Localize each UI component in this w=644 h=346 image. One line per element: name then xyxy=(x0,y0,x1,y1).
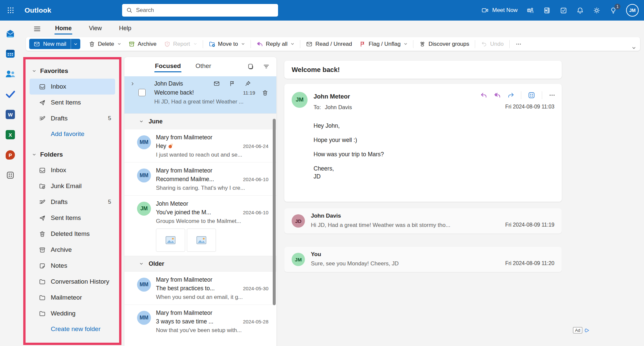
message-subject: The best practices to... xyxy=(156,285,215,292)
discover-groups-button[interactable]: Discover groups xyxy=(415,39,473,49)
folder-inbox[interactable]: Inbox xyxy=(26,162,119,178)
ad-marker: Ad xyxy=(573,327,590,333)
favorite-sent-items[interactable]: Sent Items xyxy=(26,95,119,110)
notifications-button[interactable] xyxy=(576,7,584,14)
flag-icon[interactable] xyxy=(229,80,236,87)
adchoices-icon[interactable] xyxy=(585,328,590,333)
message-row[interactable]: MM Mary from Mailmeteor The best practic… xyxy=(124,271,276,305)
delete-button[interactable]: Delete xyxy=(85,39,125,49)
rail-mail-button[interactable] xyxy=(5,28,16,39)
collapsed-reply-card[interactable]: JD John Davis Hi JD, Had a great time! W… xyxy=(284,208,562,234)
flag-unflag-button[interactable]: Flag / Unflag xyxy=(356,39,411,49)
drafts-pencil-icon xyxy=(39,115,46,122)
expand-thread-chevron-icon[interactable] xyxy=(130,82,135,86)
folder-sent-items[interactable]: Sent Items xyxy=(26,210,119,226)
filter-icon[interactable] xyxy=(263,63,270,70)
report-button[interactable]: Report xyxy=(160,39,201,49)
meet-now-label: Meet Now xyxy=(492,7,518,14)
message-row[interactable]: MM Mary from Mailmeteor Recommend Mailme… xyxy=(124,162,276,195)
folder-wedding[interactable]: Wedding xyxy=(26,306,119,321)
folder-junk-email[interactable]: Junk Email xyxy=(26,178,119,194)
tab-home[interactable]: Home xyxy=(54,23,72,35)
reply-icon[interactable] xyxy=(480,92,487,99)
divider xyxy=(542,91,542,99)
meet-now-button[interactable]: Meet Now xyxy=(481,7,518,14)
folders-section-header[interactable]: Folders xyxy=(26,147,119,162)
reply-all-button[interactable]: Reply all xyxy=(253,39,298,49)
message-apps-icon[interactable] xyxy=(528,91,536,99)
message-preview: When you send out an email, it g... xyxy=(156,294,272,301)
archive-button[interactable]: Archive xyxy=(125,39,160,49)
message-preview: Groups Welcome to the Mailmet... xyxy=(156,218,272,225)
favorite-drafts[interactable]: Drafts 5 xyxy=(26,110,119,126)
group-header-june[interactable]: June xyxy=(124,113,276,129)
mark-read-envelope-icon[interactable] xyxy=(213,80,220,87)
folder-deleted-items[interactable]: Deleted Items xyxy=(26,226,119,242)
settings-button[interactable] xyxy=(593,7,601,14)
group-header-older[interactable]: Older xyxy=(124,256,276,271)
attachment-thumbnail[interactable] xyxy=(187,229,216,252)
create-new-folder-link[interactable]: Create new folder xyxy=(26,321,119,337)
message-row[interactable]: MM Mary from Mailmeteor 3 ways to save t… xyxy=(124,305,276,338)
tab-other[interactable]: Other xyxy=(195,60,212,74)
rail-people-button[interactable] xyxy=(5,68,16,80)
tab-view[interactable]: View xyxy=(88,23,103,35)
todo-button[interactable] xyxy=(560,7,567,14)
ellipsis-icon[interactable] xyxy=(548,92,556,99)
reply-date: Fri 2024-08-09 11:20 xyxy=(505,260,554,266)
rail-excel-button[interactable]: X xyxy=(5,129,16,140)
nav-toggle-button[interactable] xyxy=(33,25,41,33)
inbox-icon xyxy=(39,83,46,90)
folder-archive[interactable]: Archive xyxy=(26,242,119,258)
avatar: MM xyxy=(137,135,151,149)
unread-count: 5 xyxy=(108,199,111,205)
message-row-selected[interactable]: John Davis Welcome back! 11:19 Hi JD, Ha… xyxy=(124,76,276,113)
favorite-inbox[interactable]: Inbox xyxy=(30,79,115,95)
undo-button[interactable]: Undo xyxy=(477,39,507,49)
attachment-thumbnail[interactable] xyxy=(156,229,185,252)
search-box[interactable] xyxy=(122,4,278,17)
message-checkbox[interactable] xyxy=(138,89,146,96)
forward-icon[interactable] xyxy=(507,92,515,99)
folder-drafts[interactable]: Drafts 5 xyxy=(26,194,119,210)
tab-help[interactable]: Help xyxy=(118,23,132,35)
list-scrollbar[interactable] xyxy=(273,119,276,305)
add-favorite-link[interactable]: Add favorite xyxy=(26,126,119,142)
new-mail-split-button[interactable]: New mail xyxy=(29,39,80,49)
folder-mailmeteor[interactable]: Mailmeteor xyxy=(26,290,119,306)
collapse-ribbon-button[interactable] xyxy=(632,46,636,50)
topbar-actions: Meet Now 1 JM xyxy=(481,0,644,21)
read-unread-button[interactable]: Read / Unread xyxy=(302,39,356,49)
pin-icon[interactable] xyxy=(245,80,251,87)
delete-message-icon[interactable] xyxy=(262,90,268,96)
rail-more-apps-button[interactable] xyxy=(5,170,16,181)
body-line: Hope your well :) xyxy=(314,136,384,144)
more-commands-button[interactable] xyxy=(512,39,526,49)
message-row[interactable]: MM Mary from Mailmeteor Hey 2024-06-24 I… xyxy=(124,129,276,162)
folder-conversation-history[interactable]: Conversation History xyxy=(26,274,119,290)
rail-powerpoint-button[interactable]: P xyxy=(5,149,16,161)
new-mail-button[interactable]: New mail xyxy=(29,41,71,47)
tab-focused[interactable]: Focused xyxy=(154,60,181,74)
new-mail-dropdown[interactable] xyxy=(71,42,80,46)
reply-all-icon[interactable] xyxy=(494,92,501,99)
teams-button[interactable] xyxy=(527,7,534,14)
tips-button[interactable]: 1 xyxy=(609,7,617,14)
onenote-button[interactable] xyxy=(543,7,551,14)
search-input[interactable] xyxy=(136,7,269,14)
select-messages-icon[interactable] xyxy=(247,63,254,70)
app-launcher-button[interactable] xyxy=(3,2,19,18)
rail-todo-button[interactable] xyxy=(5,89,16,100)
account-avatar[interactable]: JM xyxy=(626,4,639,17)
message-sender: Mary from Mailmeteor xyxy=(156,134,272,141)
move-to-button[interactable]: Move to xyxy=(205,39,249,49)
rail-calendar-button[interactable] xyxy=(5,48,16,59)
message-summary: John Davis Welcome back! 11:19 Hi JD, Ha… xyxy=(154,80,272,105)
rail-word-button[interactable]: W xyxy=(5,109,16,120)
folder-notes[interactable]: Notes xyxy=(26,258,119,274)
favorites-section-header[interactable]: Favorites xyxy=(26,63,119,79)
undo-label: Undo xyxy=(490,41,504,47)
message-body: Hey John, Hope your well :) How was your… xyxy=(314,122,384,180)
message-row[interactable]: JM John Meteor You've joined the M... 20… xyxy=(124,195,276,256)
collapsed-reply-card[interactable]: JM You Sure, see you Monday! Cheers, JD … xyxy=(284,247,562,272)
